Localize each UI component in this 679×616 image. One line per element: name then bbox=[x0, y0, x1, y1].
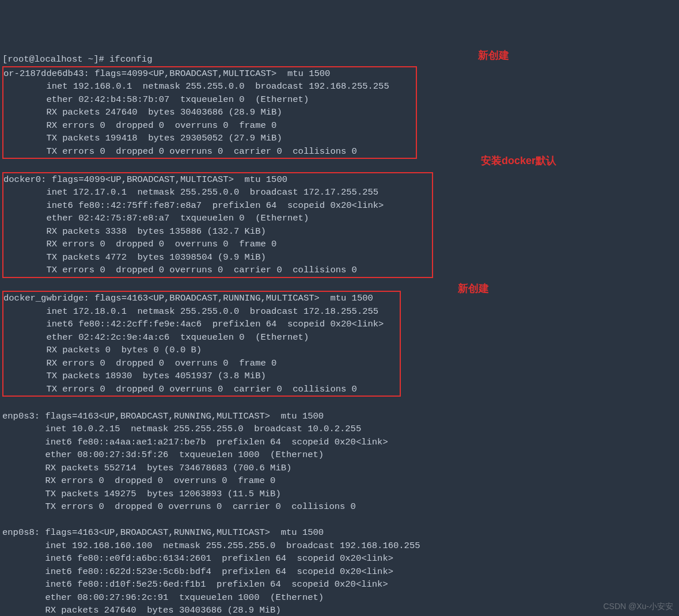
ifconfig-line: ether 02:42:b4:58:7b:07 txqueuelen 0 (Et… bbox=[3, 94, 309, 105]
ifconfig-line: RX packets 247640 bytes 30403686 (28.9 M… bbox=[2, 605, 281, 615]
interface-box-2: docker0: flags=4099<UP,BROADCAST,MULTICA… bbox=[2, 172, 433, 278]
csdn-watermark: CSDN @Xu-小安安 bbox=[603, 600, 673, 613]
ifconfig-line: TX packets 199418 bytes 29305052 (27.9 M… bbox=[3, 133, 282, 143]
terminal-output: [root@localhost ~]# ifconfig or-2187dde6… bbox=[2, 53, 677, 616]
interface-box-3: docker_gwbridge: flags=4163<UP,BROADCAST… bbox=[2, 291, 401, 397]
ifconfig-line: inet6 fe80::622d:523e:5c6b:bdf4 prefixle… bbox=[2, 566, 393, 577]
ifconfig-line: inet 192.168.160.100 netmask 255.255.255… bbox=[2, 541, 420, 551]
annotation-docker-default: 安装docker默认 bbox=[481, 154, 556, 168]
ifconfig-line: docker_gwbridge: flags=4163<UP,BROADCAST… bbox=[3, 293, 373, 303]
ifconfig-line: inet 172.17.0.1 netmask 255.255.0.0 broa… bbox=[3, 187, 378, 197]
ifconfig-line: inet6 fe80::42:2cff:fe9e:4ac6 prefixlen … bbox=[3, 319, 384, 329]
ifconfig-line: inet6 fe80::d10f:5e25:6ed:f1b1 prefixlen… bbox=[2, 579, 388, 590]
ifconfig-line: TX packets 18930 bytes 4051937 (3.8 MiB) bbox=[3, 371, 266, 381]
ifconfig-line: enp0s3: flags=4163<UP,BROADCAST,RUNNING,… bbox=[2, 411, 324, 421]
ifconfig-line: ether 02:42:2c:9e:4a:c6 txqueuelen 0 (Et… bbox=[3, 332, 309, 343]
ifconfig-line: RX packets 247640 bytes 30403686 (28.9 M… bbox=[3, 107, 282, 117]
ifconfig-line: TX errors 0 dropped 0 overruns 0 carrier… bbox=[3, 384, 357, 394]
annotation-new-created-1: 新创建 bbox=[478, 49, 509, 62]
ifconfig-line: RX errors 0 dropped 0 overruns 0 frame 0 bbox=[3, 120, 276, 131]
ifconfig-line: RX errors 0 dropped 0 overruns 0 frame 0 bbox=[3, 358, 276, 368]
ifconfig-line: RX errors 0 dropped 0 overruns 0 frame 0 bbox=[3, 239, 276, 249]
ifconfig-line: RX errors 0 dropped 0 overruns 0 frame 0 bbox=[2, 476, 275, 486]
ifconfig-line: docker0: flags=4099<UP,BROADCAST,MULTICA… bbox=[3, 174, 287, 185]
ifconfig-line: TX errors 0 dropped 0 overruns 0 carrier… bbox=[3, 146, 357, 157]
prompt-line: [root@localhost ~]# ifconfig bbox=[2, 54, 152, 64]
ifconfig-line: ether 02:42:75:87:e8:a7 txqueuelen 0 (Et… bbox=[3, 213, 309, 223]
ifconfig-line: inet 10.0.2.15 netmask 255.255.255.0 bro… bbox=[2, 424, 361, 434]
ifconfig-line: inet 172.18.0.1 netmask 255.255.0.0 broa… bbox=[3, 306, 378, 317]
ifconfig-line: TX packets 149275 bytes 12063893 (11.5 M… bbox=[2, 489, 281, 499]
ifconfig-line: RX packets 552714 bytes 734678683 (700.6… bbox=[2, 463, 291, 473]
ifconfig-line: inet6 fe80::a4aa:ae1:a217:be7b prefixlen… bbox=[2, 437, 388, 447]
ifconfig-line: TX errors 0 dropped 0 overruns 0 carrier… bbox=[2, 501, 356, 512]
annotation-new-created-2: 新创建 bbox=[458, 282, 489, 295]
ifconfig-line: ether 08:00:27:96:2c:91 txqueuelen 1000 … bbox=[2, 592, 324, 603]
ifconfig-line: inet 192.168.0.1 netmask 255.255.0.0 bro… bbox=[3, 81, 389, 92]
ifconfig-line: RX packets 3338 bytes 135886 (132.7 KiB) bbox=[3, 226, 266, 237]
ifconfig-line: TX errors 0 dropped 0 overruns 0 carrier… bbox=[3, 265, 357, 275]
ifconfig-line: inet6 fe80::e0fd:a6bc:6134:2601 prefixle… bbox=[2, 553, 393, 564]
interface-box-1: or-2187dde6db43: flags=4099<UP,BROADCAST… bbox=[2, 66, 417, 159]
ifconfig-line: inet6 fe80::42:75ff:fe87:e8a7 prefixlen … bbox=[3, 200, 384, 211]
ifconfig-line: enp0s8: flags=4163<UP,BROADCAST,RUNNING,… bbox=[2, 527, 324, 538]
ifconfig-line: RX packets 0 bytes 0 (0.0 B) bbox=[3, 345, 202, 355]
ifconfig-line: ether 08:00:27:3d:5f:26 txqueuelen 1000 … bbox=[2, 450, 324, 460]
ifconfig-line: TX packets 4772 bytes 10398504 (9.9 MiB) bbox=[3, 252, 266, 263]
ifconfig-line: or-2187dde6db43: flags=4099<UP,BROADCAST… bbox=[3, 69, 330, 79]
